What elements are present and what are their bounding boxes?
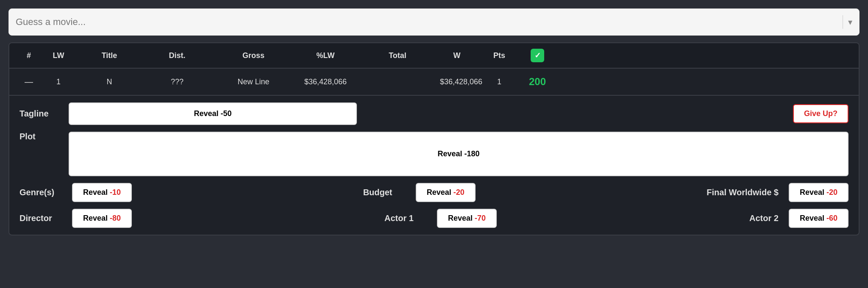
final-worldwide-cost: -20 (826, 188, 837, 197)
col-header-weeks: W (440, 51, 474, 60)
reveal-director-text: Reveal (83, 214, 108, 222)
col-header-title: Title (75, 51, 143, 60)
hints-section: Tagline Reveal -50 Give Up? Plot Reveal … (9, 96, 859, 235)
table-header: # LW Title Dist. Gross %LW Total W Pts ✓ (9, 43, 859, 69)
col-header-pctlw: %LW (296, 51, 355, 60)
actor2-label: Actor 2 (749, 213, 779, 223)
cell-gross: $36,428,066 (296, 78, 355, 86)
search-divider (843, 15, 843, 29)
col-header-rank: # (16, 51, 42, 60)
reveal-actor2-button[interactable]: Reveal -60 (789, 209, 849, 228)
main-game-card: # LW Title Dist. Gross %LW Total W Pts ✓… (8, 42, 860, 235)
cell-dash: — (16, 77, 42, 87)
tagline-label: Tagline (19, 109, 62, 119)
genres-cost: -10 (110, 188, 121, 197)
actor1-label: Actor 1 (384, 213, 427, 223)
cell-dist: New Line (211, 78, 296, 86)
col-header-dist: Dist. (143, 51, 211, 60)
cell-weeks: 1 (474, 78, 525, 86)
genres-budget-row: Genre(s) Reveal -10 Budget Reveal -20 Fi… (19, 183, 849, 202)
cell-lw: N (75, 78, 143, 86)
tagline-cost: -50 (221, 109, 232, 118)
col-header-total: Total (355, 51, 440, 60)
reveal-actor2-text: Reveal (800, 214, 824, 222)
plot-label: Plot (19, 132, 62, 141)
cell-total: $36,428,066 (440, 78, 474, 86)
check-icon: ✓ (531, 49, 544, 62)
search-input[interactable] (16, 17, 837, 28)
col-header-pts: Pts (474, 51, 525, 60)
chevron-down-icon[interactable]: ▾ (848, 17, 852, 27)
plot-cost: -180 (465, 150, 480, 158)
reveal-budget-button[interactable]: Reveal -20 (416, 183, 476, 202)
tagline-row: Tagline Reveal -50 Give Up? (19, 102, 849, 125)
plot-row: Plot Reveal -180 (19, 132, 849, 176)
reveal-final-worldwide-button[interactable]: Reveal -20 (789, 183, 849, 202)
director-cost: -80 (110, 214, 121, 222)
reveal-genres-text: Reveal (83, 188, 108, 197)
table-row: — 1 N ??? New Line $36,428,066 $36,428,0… (9, 69, 859, 96)
director-label: Director (19, 213, 62, 223)
cell-rank: 1 (42, 78, 75, 86)
reveal-actor1-button[interactable]: Reveal -70 (437, 209, 497, 228)
budget-cost: -20 (453, 188, 465, 197)
genres-label: Genre(s) (19, 188, 62, 197)
final-worldwide-label: Final Worldwide $ (707, 188, 779, 197)
search-bar[interactable]: ▾ (8, 8, 860, 36)
col-header-gross: Gross (211, 51, 296, 60)
reveal-tagline-text: Reveal (194, 109, 218, 118)
budget-label: Budget (363, 188, 406, 197)
actor1-cost: -70 (475, 214, 486, 222)
reveal-tagline-button[interactable]: Reveal -50 (69, 102, 357, 125)
give-up-button[interactable]: Give Up? (793, 104, 849, 123)
col-header-lw: LW (42, 51, 75, 60)
cell-title: ??? (143, 78, 211, 86)
director-actor-row: Director Reveal -80 Actor 1 Reveal -70 A… (19, 209, 849, 228)
reveal-director-button[interactable]: Reveal -80 (72, 209, 132, 228)
reveal-plot-text: Reveal (437, 150, 462, 158)
reveal-final-worldwide-text: Reveal (800, 188, 824, 197)
col-header-check: ✓ (525, 49, 550, 62)
reveal-plot-button[interactable]: Reveal -180 (69, 132, 849, 176)
reveal-genres-button[interactable]: Reveal -10 (72, 183, 132, 202)
reveal-budget-text: Reveal (427, 188, 451, 197)
cell-pts: 200 (525, 76, 550, 88)
reveal-actor1-text: Reveal (448, 214, 473, 222)
actor2-cost: -60 (826, 214, 837, 222)
